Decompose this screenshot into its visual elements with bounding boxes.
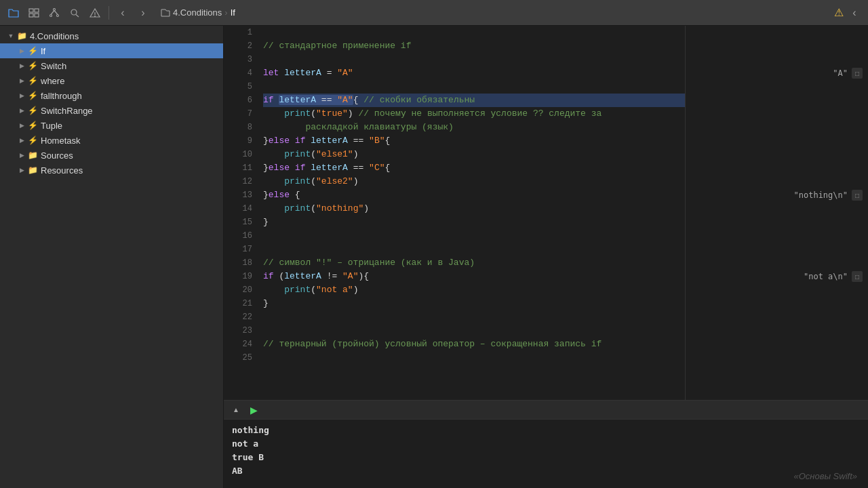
result-spacer-3 (686, 53, 868, 66)
code-line-16 (263, 229, 685, 243)
line-num-25: 25 (229, 351, 252, 365)
sidebar-sources-label: Sources (41, 150, 73, 161)
result-spacer-12 (686, 175, 868, 188)
line-num-22: 22 (229, 310, 252, 324)
sidebar-resources-label: Resources (41, 165, 83, 176)
code-line-10: print("else1") (263, 148, 685, 161)
svg-point-9 (71, 9, 77, 15)
sidebar-switchrange-label: SwitchRange (41, 106, 93, 116)
result-spacer-16 (686, 229, 868, 243)
toolbar-right: ⚠ ‹ (834, 5, 863, 21)
line-num-12: 12 (229, 175, 252, 188)
result-spacer-10 (686, 148, 868, 161)
sidebar-if-label: If (41, 46, 45, 56)
console-output: nothing not a true B AB (224, 420, 868, 488)
svg-point-12 (95, 16, 96, 16)
code-line-22 (263, 310, 685, 324)
svg-point-6 (57, 14, 59, 16)
sidebar-item-fallthrough[interactable]: ▶ ⚡ fallthrough (0, 88, 223, 103)
watermark: «Основы Swift» (793, 471, 857, 481)
code-editor[interactable]: 1 2 3 4 5 6 7 8 9 10 11 12 13 14 15 16 1 (224, 26, 685, 400)
toolbar: ‹ › 4.Conditions › If ⚠ ‹ (0, 0, 868, 26)
switch-arrow: ▶ (16, 60, 27, 71)
code-content[interactable]: // стандартное применение if let letterA… (258, 26, 685, 400)
line-num-10: 10 (229, 148, 252, 161)
line-num-19: 19 (229, 270, 252, 283)
line-num-14: 14 (229, 202, 252, 216)
result-spacer-8 (686, 121, 868, 134)
result-eye-19[interactable] (852, 271, 863, 282)
sidebar-item-where[interactable]: ▶ ⚡ where (0, 73, 223, 88)
sidebar-item-if[interactable]: ▶ ⚡ If (0, 43, 223, 58)
code-line-1 (263, 26, 685, 39)
switchrange-arrow: ▶ (16, 105, 27, 116)
console-line-3: true B (232, 451, 860, 464)
result-spacer-1 (686, 26, 868, 39)
result-spacer-5 (686, 80, 868, 94)
nav-forward-btn[interactable]: › (135, 5, 151, 21)
sidebar-item-resources[interactable]: ▶ 📁 Resources (0, 163, 223, 178)
sidebar-item-hometask[interactable]: ▶ ⚡ Hometask (0, 133, 223, 148)
hometask-icon: ⚡ (27, 135, 38, 146)
breadcrumb-folder[interactable]: 4.Conditions (173, 7, 222, 18)
resources-icon: 📁 (27, 165, 38, 176)
code-line-13: }else { (263, 188, 685, 202)
breadcrumb-file[interactable]: If (231, 7, 235, 18)
console-line-1: nothing (232, 424, 860, 437)
nav-back-btn[interactable]: ‹ (115, 5, 131, 21)
line-num-18: 18 (229, 256, 252, 270)
search-icon[interactable] (66, 5, 83, 21)
result-value-19: "not a\n" (804, 272, 848, 281)
breadcrumb: 4.Conditions › If (161, 7, 235, 18)
code-line-21: } (263, 297, 685, 310)
hierarchy-icon[interactable] (46, 5, 62, 21)
result-spacer-11 (686, 161, 868, 175)
line-num-7: 7 (229, 107, 252, 121)
result-spacer-15 (686, 216, 868, 229)
right-panel: "A" "nothing\n" (685, 26, 868, 400)
result-eye-13[interactable] (852, 190, 863, 201)
warning-icon: ⚠ (834, 6, 844, 19)
code-line-20: print("not a") (263, 283, 685, 297)
sidebar-fallthrough-label: fallthrough (41, 91, 82, 101)
code-line-17 (263, 243, 685, 256)
sidebar-item-switch[interactable]: ▶ ⚡ Switch (0, 58, 223, 73)
resources-arrow: ▶ (16, 165, 27, 176)
line-numbers: 1 2 3 4 5 6 7 8 9 10 11 12 13 14 15 16 1 (224, 26, 258, 400)
line-num-2: 2 (229, 39, 252, 53)
console-play-btn[interactable]: ▶ (247, 403, 260, 417)
code-line-6: if letterA == "A"{ // скобки обязательны (263, 94, 685, 107)
code-line-11: }else if letterA == "C"{ (263, 161, 685, 175)
sidebar-item-sources[interactable]: ▶ 📁 Sources (0, 148, 223, 163)
svg-rect-1 (35, 9, 39, 12)
grid-icon[interactable] (26, 5, 42, 21)
result-row-19: "not a\n" (686, 270, 868, 283)
sidebar-switch-label: Switch (41, 61, 66, 71)
line-num-5: 5 (229, 80, 252, 94)
alert-icon[interactable] (87, 5, 103, 21)
svg-point-4 (54, 8, 56, 10)
result-row-4: "A" (686, 66, 868, 80)
tuple-arrow: ▶ (16, 120, 27, 131)
code-line-14: print("nothing") (263, 202, 685, 216)
toolbar-extra-btn[interactable]: ‹ (846, 5, 863, 21)
sidebar-item-root[interactable]: ▼ 📁 4.Conditions (0, 28, 223, 43)
line-num-21: 21 (229, 297, 252, 310)
code-line-23 (263, 324, 685, 338)
switch-icon: ⚡ (27, 60, 38, 71)
sidebar-tuple-label: Tuple (41, 121, 62, 131)
sidebar-item-tuple[interactable]: ▶ ⚡ Tuple (0, 118, 223, 133)
if-icon: ⚡ (27, 45, 38, 56)
sources-arrow: ▶ (16, 150, 27, 161)
code-line-3 (263, 53, 685, 66)
fallthrough-arrow: ▶ (16, 90, 27, 101)
console-expand-btn[interactable]: ▲ (229, 403, 243, 417)
result-row-13: "nothing\n" (686, 188, 868, 202)
result-eye-4[interactable] (852, 68, 863, 79)
sidebar-item-switchrange[interactable]: ▶ ⚡ SwitchRange (0, 103, 223, 118)
line-num-17: 17 (229, 243, 252, 256)
svg-point-5 (50, 14, 52, 16)
folder-icon[interactable] (5, 5, 22, 21)
tuple-icon: ⚡ (27, 120, 38, 131)
svg-rect-2 (29, 14, 33, 17)
